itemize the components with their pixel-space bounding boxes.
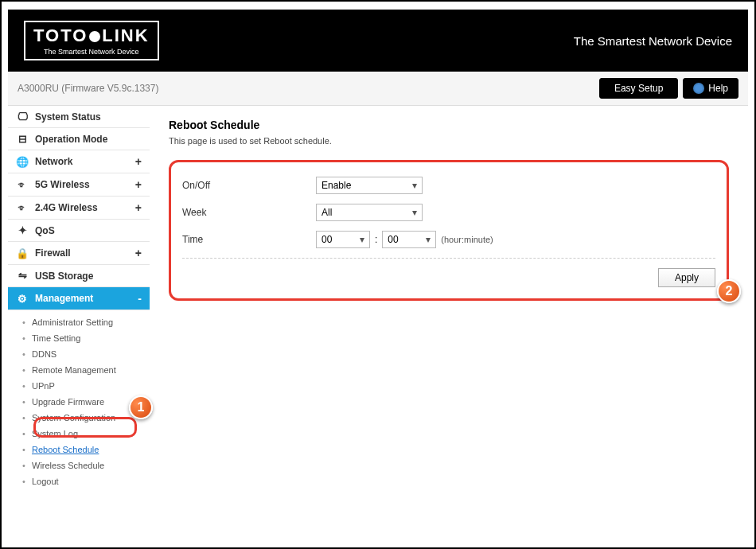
usb-icon: ⇋ <box>16 270 29 282</box>
callout-2: 2 <box>717 279 741 303</box>
week-label: Week <box>182 207 316 218</box>
expand-icon: + <box>135 201 142 214</box>
content-area: Reboot Schedule This page is used to set… <box>150 106 748 493</box>
sidebar-sub-admin-setting[interactable]: Administrator Setting <box>24 314 150 330</box>
sidebar-sub-remote-management[interactable]: Remote Management <box>24 362 150 378</box>
sidebar-item-network[interactable]: 🌐Network+ <box>8 150 150 173</box>
page-description: This page is used to set Reboot schedule… <box>169 136 729 146</box>
help-button[interactable]: Help <box>683 78 738 99</box>
logo-left: TOTO <box>33 25 88 45</box>
week-select[interactable]: All <box>316 204 423 221</box>
logo-sub: The Smartest Network Device <box>33 48 150 56</box>
header-bar: TOTOLINK The Smartest Network Device The… <box>8 10 748 72</box>
expand-icon: + <box>135 247 142 259</box>
sidebar-item-5g-wireless[interactable]: ᯤ5G Wireless+ <box>8 173 150 197</box>
onoff-select[interactable]: Enable <box>316 177 423 194</box>
sidebar-item-firewall[interactable]: 🔒Firewall+ <box>8 242 150 265</box>
reboot-schedule-form: On/Off Enable Week All Time 00 : <box>169 160 729 301</box>
help-icon <box>693 83 704 94</box>
sidebar-submenu-management: Administrator Setting Time Setting DDNS … <box>8 310 150 493</box>
sidebar-item-usb-storage[interactable]: ⇋USB Storage <box>8 265 150 287</box>
page-title: Reboot Schedule <box>169 119 729 131</box>
expand-icon: + <box>135 178 142 191</box>
time-colon: : <box>375 234 377 245</box>
sidebar-sub-upnp[interactable]: UPnP <box>24 378 150 394</box>
logo-main: TOTOLINK <box>33 25 150 46</box>
hour-select[interactable]: 00 <box>316 231 370 248</box>
header-slogan: The Smartest Network Device <box>574 34 732 48</box>
logo-right: LINK <box>102 25 149 45</box>
sidebar-item-operation-mode[interactable]: ⊟Operation Mode <box>8 128 150 150</box>
wifi-icon: ᯤ <box>16 179 29 191</box>
sidebar-sub-wireless-schedule[interactable]: Wireless Schedule <box>24 458 150 473</box>
sub-bar: A3000RU (Firmware V5.9c.1337) Easy Setup… <box>8 72 748 106</box>
onoff-label: On/Off <box>182 180 316 191</box>
sidebar-sub-time-setting[interactable]: Time Setting <box>24 330 150 346</box>
sidebar-item-24g-wireless[interactable]: ᯤ2.4G Wireless+ <box>8 197 150 220</box>
sidebar-sub-logout[interactable]: Logout <box>24 473 150 489</box>
help-label: Help <box>708 83 728 94</box>
callout-1: 1 <box>129 395 153 419</box>
logo: TOTOLINK The Smartest Network Device <box>24 21 159 60</box>
sidebar-sub-ddns[interactable]: DDNS <box>24 346 150 362</box>
collapse-icon: - <box>138 292 142 305</box>
time-label: Time <box>182 234 316 245</box>
qos-icon: ✦ <box>16 224 29 236</box>
monitor-icon: 🖵 <box>16 111 29 123</box>
gear-icon: ⚙ <box>16 293 29 305</box>
apply-button[interactable]: Apply <box>658 268 715 287</box>
expand-icon: + <box>135 155 142 168</box>
minute-select[interactable]: 00 <box>382 231 436 248</box>
model-label: A3000RU (Firmware V5.9c.1337) <box>18 83 158 94</box>
sidebar-item-qos[interactable]: ✦QoS <box>8 220 150 242</box>
globe-icon: 🌐 <box>16 156 29 168</box>
sidebar-item-system-status[interactable]: 🖵System Status <box>8 106 150 128</box>
time-hint: (hour:minute) <box>441 235 493 244</box>
sidebar-item-management[interactable]: ⚙Management- <box>8 287 150 310</box>
wifi-icon: ᯤ <box>16 202 29 214</box>
lock-icon: 🔒 <box>16 247 29 259</box>
sidebar-sub-reboot-schedule[interactable]: Reboot Schedule <box>24 442 150 458</box>
mode-icon: ⊟ <box>16 133 29 145</box>
easy-setup-button[interactable]: Easy Setup <box>599 78 678 99</box>
callout-1-highlight <box>33 417 137 438</box>
form-divider <box>182 258 715 259</box>
